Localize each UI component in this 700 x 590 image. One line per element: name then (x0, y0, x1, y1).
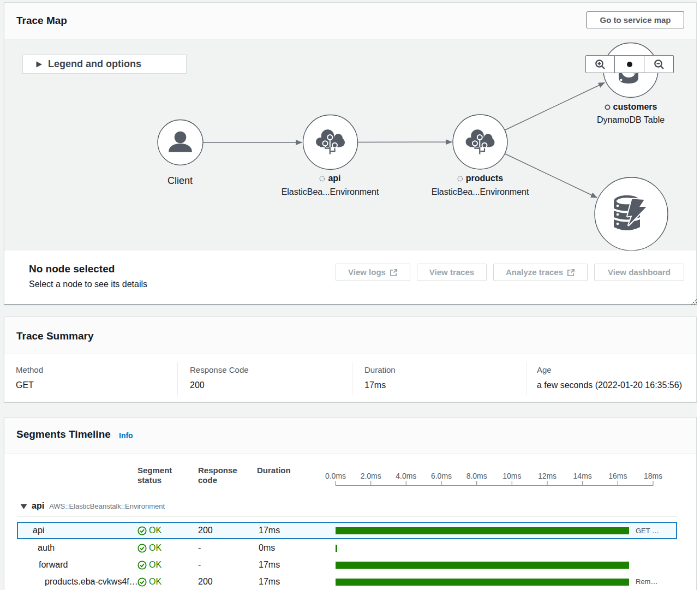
svg-text:12ms: 12ms (538, 472, 557, 480)
svg-text:10ms: 10ms (502, 472, 521, 480)
svg-text:4.0ms: 4.0ms (396, 472, 416, 480)
svg-text:18ms: 18ms (644, 472, 662, 480)
svg-text:0.0ms: 0.0ms (325, 472, 346, 480)
svg-text:2.0ms: 2.0ms (361, 472, 381, 480)
svg-text:6.0ms: 6.0ms (431, 472, 452, 480)
svg-text:14ms: 14ms (573, 472, 592, 480)
svg-text:8.0ms: 8.0ms (466, 472, 487, 480)
svg-text:16ms: 16ms (608, 472, 627, 480)
